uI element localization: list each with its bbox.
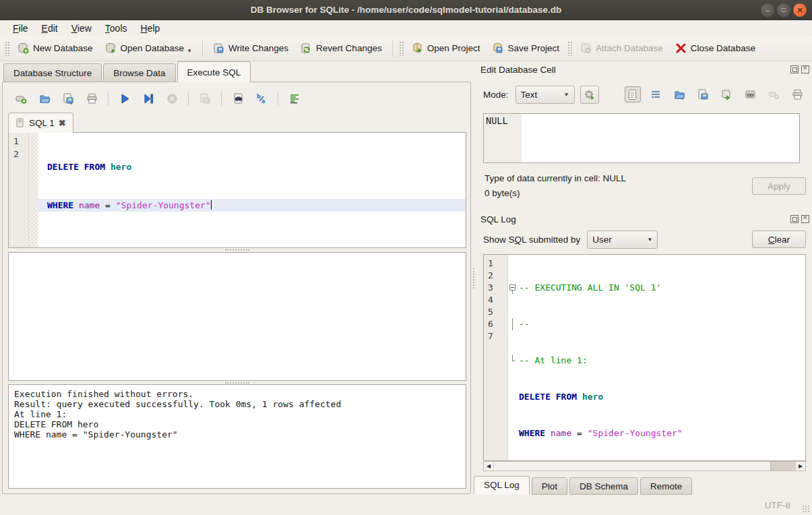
log-filter-combobox[interactable]: User ▼ — [587, 231, 658, 249]
tab-plot[interactable]: Plot — [532, 477, 567, 495]
scrollbar-track[interactable] — [493, 462, 796, 471]
close-icon: ✕ — [797, 7, 803, 14]
tab-remote[interactable]: Remote — [640, 477, 692, 495]
text-mode-toggle-button[interactable] — [625, 86, 641, 102]
sql-log-title: SQL Log — [480, 214, 790, 224]
save-sql-file-button[interactable] — [61, 91, 75, 106]
revert-changes-button[interactable]: Revert Changes — [294, 39, 388, 57]
open-database-button[interactable]: Open Database ▼ — [99, 39, 199, 57]
stop-icon — [166, 93, 178, 104]
copy-cell-button[interactable] — [719, 86, 735, 102]
print-sql-button[interactable] — [84, 91, 99, 106]
find-button[interactable] — [230, 91, 245, 106]
open-project-button[interactable]: Open Project — [406, 39, 487, 57]
sql-code-editor[interactable]: 1 2 DELETE FROM hero WHERE name = "Spide… — [8, 132, 466, 248]
log-horizontal-scrollbar[interactable]: ◀ ▶ — [483, 461, 806, 471]
word-wrap-button[interactable] — [648, 86, 664, 102]
execution-message-pane[interactable]: Execution finished without errors.Result… — [8, 384, 466, 489]
toolbar-drag-handle[interactable] — [567, 41, 572, 56]
new-database-button[interactable]: New Database — [11, 39, 99, 57]
toolbar-drag-handle[interactable] — [399, 41, 404, 56]
open-sql-file-button[interactable] — [37, 91, 52, 106]
tab-database-structure[interactable]: Database Structure — [3, 63, 102, 82]
menu-edit[interactable]: Edit — [36, 22, 64, 35]
tab-execute-sql[interactable]: Execute SQL — [177, 61, 251, 82]
editor-line-current: WHERE name = "Spider-Youngster" — [38, 199, 466, 212]
save-project-button[interactable]: Save Project — [486, 39, 565, 57]
print-cell-button[interactable] — [790, 86, 806, 102]
chevron-down-icon: ▼ — [564, 92, 569, 98]
menu-view[interactable]: View — [65, 22, 98, 35]
dock-close-icon[interactable] — [801, 65, 809, 73]
execute-all-button[interactable] — [117, 91, 132, 106]
execute-all-icon — [119, 93, 131, 104]
editor-line: DELETE FROM hero — [38, 160, 466, 173]
menu-file[interactable]: File — [7, 22, 34, 35]
sql-log-view[interactable]: 1 2 3 4 5 6 7 -- EXECUTING ALL IN 'SQL 1… — [483, 254, 806, 461]
maximize-button[interactable]: ▢ — [777, 3, 790, 17]
clear-log-button[interactable]: Clear — [752, 231, 806, 248]
scroll-left-icon[interactable]: ◀ — [484, 462, 493, 471]
auto-apply-button[interactable] — [580, 86, 599, 104]
open-in-external-button[interactable] — [743, 86, 759, 102]
message-line: DELETE FROM hero — [14, 419, 460, 429]
toolbar-drag-handle[interactable] — [5, 41, 9, 56]
close-sql-tab-icon[interactable]: ✖ — [59, 118, 66, 128]
chevron-down-icon: ▼ — [647, 237, 652, 243]
open-file-icon — [39, 93, 51, 104]
replace-button[interactable]: ba — [254, 91, 269, 106]
execute-sql-panel: ba SQL 1 ✖ 1 2 DELETE FROM hero WHERE na… — [2, 82, 471, 494]
format-sql-button[interactable] — [287, 91, 302, 106]
dock-close-icon[interactable] — [801, 215, 809, 223]
open-database-icon — [105, 42, 117, 54]
set-null-icon — [768, 89, 780, 100]
scroll-right-icon[interactable]: ▶ — [796, 462, 805, 471]
export-cell-data-button[interactable] — [695, 86, 712, 102]
execute-line-button[interactable] — [141, 91, 156, 106]
dock-tab-bar: SQL Log Plot DB Schema Remote — [474, 476, 694, 495]
tab-browse-data[interactable]: Browse Data — [103, 63, 175, 82]
editor-code-area[interactable]: DELETE FROM hero WHERE name = "Spider-Yo… — [38, 133, 466, 247]
close-database-button[interactable]: Close Database — [669, 39, 761, 57]
close-button[interactable]: ✕ — [793, 3, 807, 17]
edit-cell-dock-header: Edit Database Cell — [480, 62, 812, 77]
toolbar-separator — [202, 40, 203, 57]
apply-button: Apply — [752, 177, 806, 195]
encoding-indicator[interactable]: UTF-8 — [765, 500, 790, 510]
open-sql-tab-button[interactable] — [13, 91, 28, 106]
open-project-icon — [412, 42, 423, 54]
fold-marker-icon[interactable] — [508, 282, 519, 294]
toolbar-separator — [221, 91, 222, 106]
results-grid[interactable] — [8, 252, 466, 381]
menu-tools[interactable]: Tools — [99, 22, 133, 35]
dock-float-icon[interactable] — [790, 215, 799, 223]
write-changes-button[interactable]: Write Changes — [207, 39, 294, 57]
dock-float-icon[interactable] — [790, 65, 799, 73]
save-file-icon — [697, 89, 709, 100]
toolbar-separator — [278, 91, 278, 106]
cell-type-info: Type of data currently in cell: NULL — [485, 173, 626, 183]
cell-mode-combobox[interactable]: Text ▼ — [516, 86, 575, 104]
editor-line-numbers: 1 2 — [9, 133, 29, 247]
sql-tab[interactable]: SQL 1 ✖ — [8, 113, 73, 133]
save-results-icon — [199, 93, 211, 104]
tab-db-schema[interactable]: DB Schema — [569, 477, 638, 495]
resize-grip[interactable] — [802, 505, 810, 513]
format-sql-icon — [289, 93, 301, 104]
revert-changes-icon — [301, 42, 312, 54]
cell-mode-row: Mode: Text ▼ — [483, 84, 808, 104]
window-title: DB Browser for SQLite - /home/user/code/… — [0, 5, 812, 15]
menu-help[interactable]: Help — [135, 22, 166, 35]
scrollbar-thumb[interactable] — [770, 462, 795, 471]
titlebar[interactable]: DB Browser for SQLite - /home/user/code/… — [0, 0, 812, 20]
new-database-icon — [18, 42, 29, 54]
minimize-button[interactable]: – — [761, 3, 774, 17]
open-database-dropdown-icon[interactable]: ▼ — [187, 48, 192, 54]
panel-splitter[interactable] — [471, 61, 476, 495]
cell-value-editor[interactable]: NULL — [483, 113, 800, 163]
tab-sql-log[interactable]: SQL Log — [474, 476, 530, 495]
editor-fold-margin — [29, 133, 38, 247]
editor-results-splitter[interactable] — [8, 248, 466, 251]
import-cell-data-button[interactable] — [672, 86, 688, 102]
attach-database-button: Attach Database — [574, 39, 669, 57]
